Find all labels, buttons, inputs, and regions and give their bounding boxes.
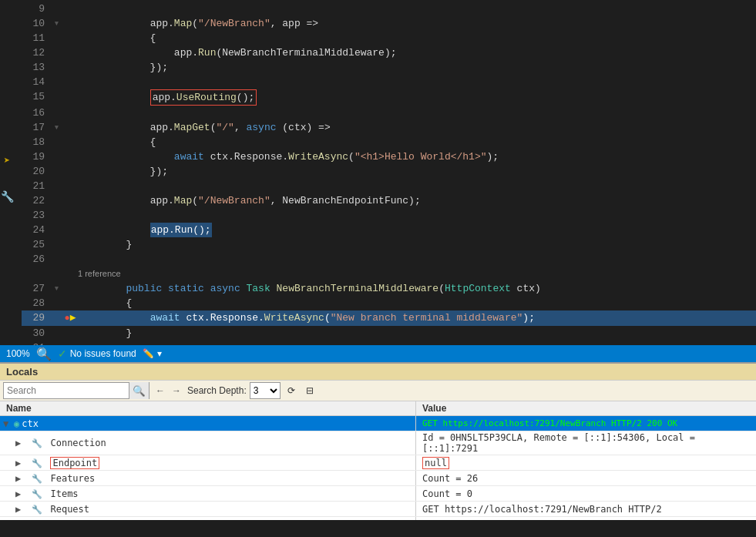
locals-panel: Locals 🔍 ← → Search Depth: 3 1 2 4 5 ⟳ ⊟ (0, 362, 756, 520)
code-line-25: 25 } (22, 237, 756, 252)
expand-endpoint[interactable]: ▶ (15, 458, 25, 468)
editor-area: ➤ 🔧 9 10 app.Map("/NewBranch", app => (0, 0, 756, 362)
cell-value-features: Count = 26 (416, 471, 756, 485)
locals-toolbar: 🔍 ← → Search Depth: 3 1 2 4 5 ⟳ ⊟ (0, 381, 756, 401)
table-row-requestaborted[interactable]: ▶ 🔧 RequestAborted IsCancellationRequest… (0, 517, 756, 520)
locals-header: Locals (0, 364, 756, 381)
fold-arrow-10[interactable] (54, 16, 60, 31)
cell-value-ctx: GET https://localhost:7291/NewBranch HTT… (416, 416, 756, 431)
wrench-endpoint-icon: 🔧 (32, 458, 42, 468)
code-line-30: 30 } (22, 326, 756, 341)
cell-value-endpoint: null (416, 455, 756, 470)
expand-requestaborted[interactable]: ▶ (15, 519, 25, 521)
col-name-header: Name (0, 401, 416, 415)
code-line-21: 21 (22, 179, 756, 193)
cell-name-connection: ▶ 🔧 Connection (0, 431, 416, 455)
expand-ctx[interactable]: ▼ (3, 418, 12, 429)
cell-value-request: GET https://localhost:7291/NewBranch HTT… (416, 502, 756, 516)
nav-buttons: ← → (153, 384, 184, 398)
zoom-level: 100% (6, 348, 30, 359)
code-line-15: 15 app.UseRouting(); (22, 89, 756, 106)
cell-value-connection: Id = 0HN5LT5P39CLA, Remote = [::1]:54306… (416, 431, 756, 455)
cell-name-ctx: ▼ ◉ ctx (0, 416, 416, 431)
code-line-29: 29 ●▶ await ctx.Response.WriteAsync("New… (22, 310, 756, 326)
refresh-button[interactable]: ⟳ (284, 383, 299, 398)
code-line-14: 14 (22, 75, 756, 89)
wrench-connection-icon: 🔧 (32, 438, 42, 448)
code-line-20: 20 }); (22, 164, 756, 179)
col-value-header: Value (416, 401, 756, 415)
wrench-items-icon: 🔧 (32, 489, 42, 499)
code-line-22: 22 app.Map("/NewBranch", NewBranchEndpoi… (22, 193, 756, 208)
code-line-26: 26 (22, 252, 756, 267)
code-line-27: 27 public static async Task NewBranchTer… (22, 281, 756, 296)
check-icon: ✓ (58, 347, 67, 360)
ctx-icon: ◉ (14, 418, 19, 429)
code-line-10: 10 app.Map("/NewBranch", app => (22, 16, 756, 31)
debug-arrow-icon: ➤ (4, 154, 10, 167)
expand-features[interactable]: ▶ (15, 473, 25, 484)
code-line-19: 19 await ctx.Response.WriteAsync("<h1>He… (22, 149, 756, 164)
search-depth-label: Search Depth: (187, 385, 247, 396)
collapse-icon: ⊟ (306, 385, 314, 396)
magnifier-icon[interactable]: 🔍 (36, 347, 52, 361)
code-ref-27: 1 reference (22, 267, 756, 281)
table-row-ctx[interactable]: ▼ ◉ ctx GET https://localhost:7291/NewBr… (0, 416, 756, 431)
refresh-icon: ⟳ (287, 385, 295, 396)
cell-value-items: Count = 0 (416, 486, 756, 501)
code-line-24: 24 app.Run(); (22, 223, 756, 237)
code-line-16: 16 (22, 106, 756, 120)
table-row-request[interactable]: ▶ 🔧 Request GET https://localhost:7291/N… (0, 502, 756, 517)
debug-wrench-icon: 🔧 (1, 190, 14, 203)
expand-request[interactable]: ▶ (15, 504, 25, 515)
fold-arrow-27[interactable] (54, 281, 60, 296)
code-line-12: 12 app.Run(NewBranchTerminalMiddleware); (22, 45, 756, 60)
locals-search-input[interactable] (4, 385, 129, 396)
cell-name-request: ▶ 🔧 Request (0, 502, 416, 516)
cell-name-endpoint: ▶ 🔧 Endpoint (0, 455, 416, 470)
fold-arrow-17[interactable] (54, 120, 60, 135)
search-depth-select[interactable]: 3 1 2 4 5 (250, 382, 281, 399)
locals-search-button[interactable]: 🔍 (129, 382, 149, 399)
table-row-endpoint[interactable]: ▶ 🔧 Endpoint null (0, 455, 756, 471)
ctx-value: GET https://localhost:7291/NewBranch HTT… (422, 418, 677, 428)
no-issues-label: No issues found (70, 348, 136, 359)
search-icon: 🔍 (133, 385, 146, 397)
code-line-28: 28 { (22, 296, 756, 310)
locals-table: Name Value ▼ ◉ ctx GET https://localhost… (0, 401, 756, 520)
endpoint-name: Endpoint (50, 457, 99, 469)
collapse-button[interactable]: ⊟ (302, 383, 318, 398)
table-header: Name Value (0, 401, 756, 416)
cell-value-requestaborted: IsCancellationRequested = false (416, 517, 756, 520)
wrench-request-icon: 🔧 (32, 505, 42, 515)
code-line-18: 18 { (22, 135, 756, 149)
locals-title: Locals (6, 366, 38, 378)
code-line-23: 23 (22, 208, 756, 223)
table-row-items[interactable]: ▶ 🔧 Items Count = 0 (0, 486, 756, 502)
dropdown-icon[interactable]: ▾ (157, 348, 162, 359)
far-left-gutter: ➤ 🔧 (0, 0, 14, 345)
table-row-features[interactable]: ▶ 🔧 Features Count = 26 (0, 471, 756, 486)
pencil-icon[interactable]: ✏️ (143, 348, 154, 359)
wrench-features-icon: 🔧 (32, 474, 42, 484)
no-issues-status: ✓ No issues found (58, 347, 136, 360)
code-line-11: 11 { (22, 31, 756, 45)
cell-name-requestaborted: ▶ 🔧 RequestAborted (0, 517, 416, 520)
expand-connection[interactable]: ▶ (15, 438, 25, 448)
cell-name-items: ▶ 🔧 Items (0, 486, 416, 501)
wrench-requestaborted-icon: 🔧 (32, 520, 42, 521)
status-bar: 100% 🔍 ✓ No issues found ✏️ ▾ (0, 345, 756, 362)
endpoint-value: null (422, 457, 449, 469)
expand-items[interactable]: ▶ (15, 488, 25, 499)
code-line-13: 13 }); (22, 60, 756, 75)
table-row-connection[interactable]: ▶ 🔧 Connection Id = 0HN5LT5P39CLA, Remot… (0, 431, 756, 455)
code-editor[interactable]: 9 10 app.Map("/NewBranch", app => 11 (14, 0, 756, 345)
cell-name-features: ▶ 🔧 Features (0, 471, 416, 485)
code-line-9: 9 (22, 2, 756, 16)
code-line-17: 17 app.MapGet("/", async (ctx) => (22, 120, 756, 135)
nav-back-button[interactable]: ← (153, 384, 168, 398)
locals-search-box: 🔍 (3, 382, 150, 399)
nav-forward-button[interactable]: → (169, 384, 184, 398)
